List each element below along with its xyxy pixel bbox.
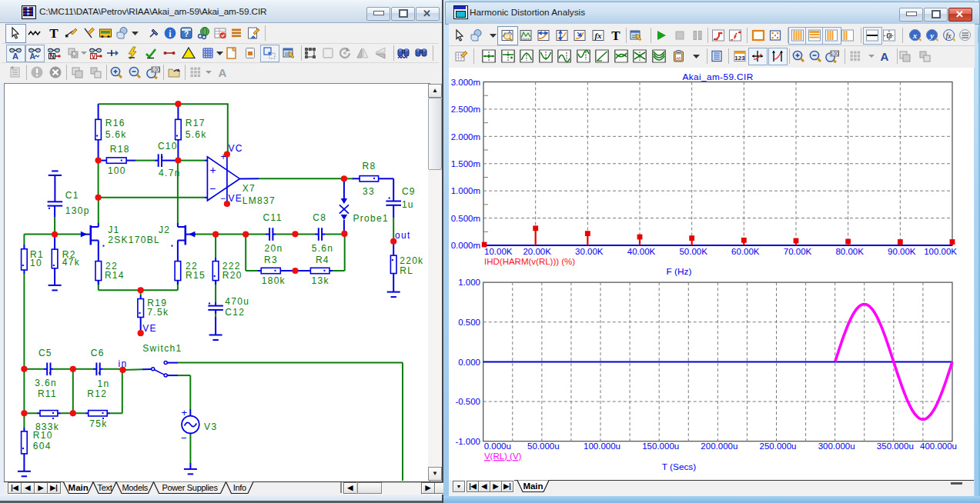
svg-text:70.00K: 70.00K	[784, 247, 812, 256]
svg-text:T (Secs): T (Secs)	[662, 461, 696, 472]
svg-text:20n: 20n	[265, 243, 283, 254]
svg-text:180k: 180k	[262, 275, 286, 286]
svg-text:in: in	[119, 358, 128, 369]
svg-text:Akai_am-59.CIR: Akai_am-59.CIR	[682, 72, 753, 82]
svg-text:130p: 130p	[65, 205, 90, 216]
svg-text:C10: C10	[158, 141, 178, 152]
svg-text:1.500m: 1.500m	[451, 159, 480, 168]
svg-text:10.00K: 10.00K	[484, 247, 513, 256]
svg-text:C11: C11	[263, 212, 283, 223]
svg-text:VE: VE	[142, 323, 157, 334]
svg-text:2.000m: 2.000m	[451, 132, 480, 142]
svg-text:200.000u: 200.000u	[701, 441, 738, 451]
svg-text:40.00K: 40.00K	[627, 247, 656, 256]
svg-text:2SK170BL: 2SK170BL	[108, 235, 160, 245]
svg-text:0.000u: 0.000u	[484, 441, 511, 451]
svg-text:J2: J2	[159, 225, 170, 235]
svg-text:R17: R17	[186, 118, 206, 128]
svg-text:R15: R15	[186, 270, 206, 281]
svg-text:5.6k: 5.6k	[105, 129, 127, 140]
svg-text:Switch1: Switch1	[142, 343, 182, 354]
svg-text:60.00K: 60.00K	[731, 247, 760, 256]
svg-text:604: 604	[33, 441, 52, 451]
svg-text:3.000m: 3.000m	[451, 78, 480, 87]
svg-text:50.00K: 50.00K	[679, 247, 707, 256]
svg-text:y: y	[928, 31, 934, 40]
svg-text:R8: R8	[363, 161, 376, 172]
svg-text:1n: 1n	[98, 378, 110, 389]
svg-text:A: A	[29, 52, 35, 61]
svg-text:R10: R10	[33, 430, 53, 441]
svg-text:R18: R18	[110, 144, 130, 155]
svg-text:R4: R4	[316, 255, 329, 265]
svg-text:123: 123	[734, 55, 745, 62]
svg-text:+: +	[210, 164, 216, 176]
svg-text:A: A	[12, 52, 18, 61]
svg-text:300.000u: 300.000u	[818, 441, 855, 451]
svg-text:350.000u: 350.000u	[877, 441, 914, 451]
svg-text:30.00K: 30.00K	[575, 247, 604, 256]
svg-text:C8: C8	[313, 212, 326, 223]
svg-text:5.6k: 5.6k	[186, 129, 207, 140]
svg-text:400.000u: 400.000u	[920, 441, 957, 451]
svg-text:A: A	[881, 50, 889, 63]
svg-text:-0.500: -0.500	[455, 397, 480, 406]
svg-text:1u: 1u	[402, 199, 414, 210]
svg-text:LM837: LM837	[242, 195, 276, 206]
svg-text:-1.000: -1.000	[455, 437, 480, 446]
svg-text:470u: 470u	[225, 296, 249, 307]
svg-text:C9: C9	[402, 186, 416, 197]
svg-text:V: V	[92, 52, 96, 60]
svg-text:C6: C6	[91, 348, 105, 358]
svg-text:IHD(HARM(v(RL))) (%): IHD(HARM(v(RL))) (%)	[484, 257, 575, 266]
svg-text:0.000m: 0.000m	[451, 241, 480, 250]
svg-text:x: x	[912, 31, 918, 40]
svg-text:0.000: 0.000	[458, 358, 480, 367]
svg-text:80.00K: 80.00K	[835, 247, 864, 256]
svg-text:33: 33	[363, 186, 375, 197]
svg-text:50.000u: 50.000u	[527, 441, 560, 451]
svg-text:0.500: 0.500	[458, 318, 480, 327]
svg-text:Probe1: Probe1	[353, 213, 389, 224]
svg-text:75k: 75k	[89, 418, 107, 429]
svg-text:13k: 13k	[312, 275, 329, 286]
svg-text:2.500m: 2.500m	[451, 105, 480, 114]
svg-text:90.00K: 90.00K	[888, 247, 916, 256]
svg-text:out: out	[395, 230, 411, 241]
svg-text:47k: 47k	[62, 257, 80, 268]
svg-text:V3: V3	[204, 421, 217, 432]
svg-text:Text: Text	[98, 483, 112, 492]
svg-text:R3: R3	[264, 255, 278, 265]
svg-text:fx: fx	[945, 32, 952, 40]
svg-text:1.000: 1.000	[458, 278, 480, 287]
svg-text:VC: VC	[228, 143, 242, 154]
svg-text:Info: Info	[233, 483, 246, 492]
svg-text:Power Supplies: Power Supplies	[162, 483, 218, 492]
svg-text:220k: 220k	[400, 255, 423, 266]
svg-text:C1: C1	[65, 190, 79, 201]
svg-text:+: +	[182, 407, 188, 418]
svg-text:150.000u: 150.000u	[642, 441, 679, 451]
svg-text:Main: Main	[69, 483, 89, 492]
svg-text:Main: Main	[523, 481, 543, 491]
svg-text:100: 100	[831, 51, 839, 56]
svg-text:100.00K: 100.00K	[924, 247, 957, 256]
svg-text:1.000m: 1.000m	[451, 186, 480, 195]
svg-text:V(RL) (V): V(RL) (V)	[484, 451, 522, 461]
svg-text:100.000u: 100.000u	[584, 441, 620, 451]
svg-text:T: T	[611, 28, 620, 42]
svg-text:F (Hz): F (Hz)	[667, 266, 692, 277]
svg-text:R16: R16	[105, 118, 125, 128]
svg-text:C12: C12	[225, 307, 245, 318]
svg-text:C5: C5	[38, 348, 52, 358]
svg-text:R20: R20	[222, 270, 242, 281]
svg-text:fx: fx	[594, 31, 602, 40]
svg-text:20.00K: 20.00K	[523, 247, 551, 256]
svg-text:5.6n: 5.6n	[312, 243, 334, 254]
svg-text:−: −	[181, 432, 187, 444]
svg-text:RL: RL	[400, 265, 413, 276]
svg-text:R11: R11	[38, 388, 57, 399]
svg-text:3.6n: 3.6n	[35, 378, 57, 388]
svg-text:7.5k: 7.5k	[147, 307, 169, 318]
svg-text:?: ?	[184, 30, 189, 38]
